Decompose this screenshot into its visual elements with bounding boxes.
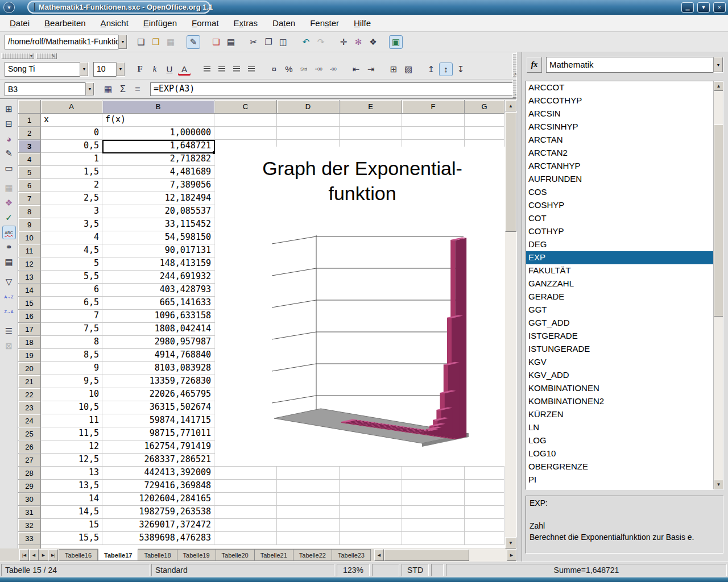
font-size-combobox[interactable]: 10 ▼: [93, 62, 125, 77]
find-replace-icon[interactable]: ⚭: [2, 240, 16, 254]
column-header[interactable]: E: [340, 100, 402, 114]
cell-column-b[interactable]: f(x): [102, 114, 214, 127]
cell-column-f[interactable]: [402, 127, 465, 140]
cell-column-f[interactable]: [402, 114, 465, 127]
insert-table-icon[interactable]: ▦: [2, 181, 16, 195]
cell-column-e[interactable]: [340, 493, 402, 506]
minimize-button[interactable]: ▁: [681, 2, 694, 13]
cell-column-g[interactable]: [465, 532, 504, 545]
cell-column-f[interactable]: [402, 532, 465, 545]
cell-column-a[interactable]: 5: [41, 257, 102, 271]
cell-column-b[interactable]: 2,718282: [102, 153, 214, 166]
row-header[interactable]: 4: [18, 153, 41, 166]
auto-spellcheck-icon[interactable]: ABC: [2, 226, 16, 239]
cell-column-b[interactable]: 665,141633: [102, 297, 214, 310]
cell-column-b[interactable]: 3269017,372472: [102, 519, 214, 532]
row-header[interactable]: 29: [18, 480, 41, 493]
cell-column-a[interactable]: 15: [41, 519, 102, 532]
cell-column-b[interactable]: 7,389056: [102, 179, 214, 192]
cell-column-a[interactable]: 0: [41, 127, 102, 140]
cell-column-f[interactable]: [402, 519, 465, 532]
column-header[interactable]: F: [402, 100, 465, 114]
cell-column-c[interactable]: [214, 127, 277, 140]
cell-column-e[interactable]: [340, 114, 402, 127]
function-list-item[interactable]: ARCCOTHYP: [526, 94, 713, 107]
cell-column-a[interactable]: 13: [41, 467, 102, 480]
row-header[interactable]: 14: [18, 284, 41, 297]
function-list-item[interactable]: ISTGERADE: [526, 330, 713, 343]
cell-column-b[interactable]: 12,182494: [102, 192, 214, 205]
cell-column-a[interactable]: 10,5: [41, 401, 102, 414]
cell-column-a[interactable]: 6: [41, 284, 102, 297]
cell-column-b[interactable]: 13359,726830: [102, 375, 214, 388]
sheet-tab[interactable]: Tabelle21: [255, 549, 293, 561]
cell-column-b[interactable]: 33,115452: [102, 218, 214, 231]
scroll-up-button[interactable]: ▲: [505, 100, 516, 111]
cell-column-d[interactable]: [277, 493, 340, 506]
category-field[interactable]: Mathematik: [546, 57, 713, 73]
formula-input[interactable]: =EXP(A3): [150, 82, 514, 96]
cell-column-b[interactable]: 4,481689: [102, 166, 214, 179]
sheet-tab[interactable]: Tabelle22: [293, 549, 332, 561]
menu-datei[interactable]: Datei: [2, 16, 37, 30]
align-justify-button[interactable]: [245, 63, 258, 76]
column-header[interactable]: B: [102, 100, 214, 114]
cell-column-a[interactable]: 14,5: [41, 506, 102, 519]
font-name-dropdown-button[interactable]: ▼: [80, 62, 89, 77]
function-list-item[interactable]: ARCTAN2: [526, 147, 713, 160]
function-autopilot-icon[interactable]: ▦: [101, 82, 115, 96]
row-header[interactable]: 33: [18, 532, 41, 545]
cell-column-c[interactable]: [214, 519, 277, 532]
font-size-dropdown-button[interactable]: ▼: [116, 62, 125, 77]
sum-icon[interactable]: Σ: [116, 82, 130, 96]
cell-column-g[interactable]: [465, 467, 504, 480]
row-header[interactable]: 30: [18, 493, 41, 506]
vertical-scroll-thumb[interactable]: [505, 113, 516, 232]
menu-format[interactable]: Format: [184, 16, 226, 30]
toolbar-pin-handle[interactable]: ✎: [36, 53, 57, 59]
cell-column-b[interactable]: 1202604,284165: [102, 493, 214, 506]
cell-column-d[interactable]: [277, 114, 340, 127]
row-header[interactable]: 32: [18, 519, 41, 532]
function-list-item[interactable]: GANZZAHL: [526, 277, 713, 290]
cell-column-g[interactable]: [465, 114, 504, 127]
cell-column-b[interactable]: 1,648721: [102, 140, 214, 153]
menu-einfuegen[interactable]: Einfügen: [136, 16, 184, 30]
borders-button[interactable]: ⊞: [387, 63, 400, 76]
cell-column-b[interactable]: 148,413159: [102, 257, 214, 271]
cell-column-a[interactable]: 7: [41, 310, 102, 323]
cell-column-d[interactable]: [277, 467, 340, 480]
add-decimal-button[interactable]: +00: [312, 63, 325, 76]
row-header[interactable]: 23: [18, 401, 41, 414]
font-size-field[interactable]: 10: [93, 62, 116, 77]
number-percent-button[interactable]: %: [282, 63, 296, 76]
cell-column-a[interactable]: 3,5: [41, 218, 102, 231]
bold-button[interactable]: F: [133, 63, 147, 76]
draw-functions-icon[interactable]: ✎: [2, 147, 16, 160]
sort-descending-icon[interactable]: Z→A: [2, 305, 16, 318]
cell-column-e[interactable]: [340, 532, 402, 545]
align-right-button[interactable]: [230, 63, 243, 76]
gallery-icon[interactable]: ▣: [389, 35, 403, 49]
next-sheet-button[interactable]: ▶: [39, 549, 48, 561]
column-header[interactable]: C: [214, 100, 277, 114]
save-icon[interactable]: ▦: [164, 35, 177, 49]
cell-column-b[interactable]: 2980,957987: [102, 336, 214, 349]
stylist-icon[interactable]: ❖: [2, 196, 16, 210]
function-list-item[interactable]: LOG: [526, 434, 713, 447]
cell-column-a[interactable]: 8,5: [41, 349, 102, 362]
function-list-item[interactable]: EXP: [526, 251, 713, 264]
open-icon[interactable]: ❒: [149, 35, 163, 49]
cell-column-b[interactable]: 1982759,263538: [102, 506, 214, 519]
number-currency-button[interactable]: ¤: [267, 63, 281, 76]
cell-column-b[interactable]: 90,017131: [102, 244, 214, 257]
horizontal-scroll-track[interactable]: [469, 549, 507, 561]
status-sheet-info[interactable]: Tabelle 15 / 24: [1, 564, 150, 576]
status-selection-mode[interactable]: STD: [402, 564, 429, 576]
function-list-item[interactable]: FAKULTÄT: [526, 264, 713, 277]
list-scroll-down-button[interactable]: ▼: [714, 480, 723, 489]
align-bottom-button[interactable]: ↧: [454, 63, 468, 76]
row-header[interactable]: 8: [18, 205, 41, 218]
function-list-item[interactable]: KOMBINATIONEN: [526, 382, 713, 395]
cell-column-f[interactable]: [402, 506, 465, 519]
